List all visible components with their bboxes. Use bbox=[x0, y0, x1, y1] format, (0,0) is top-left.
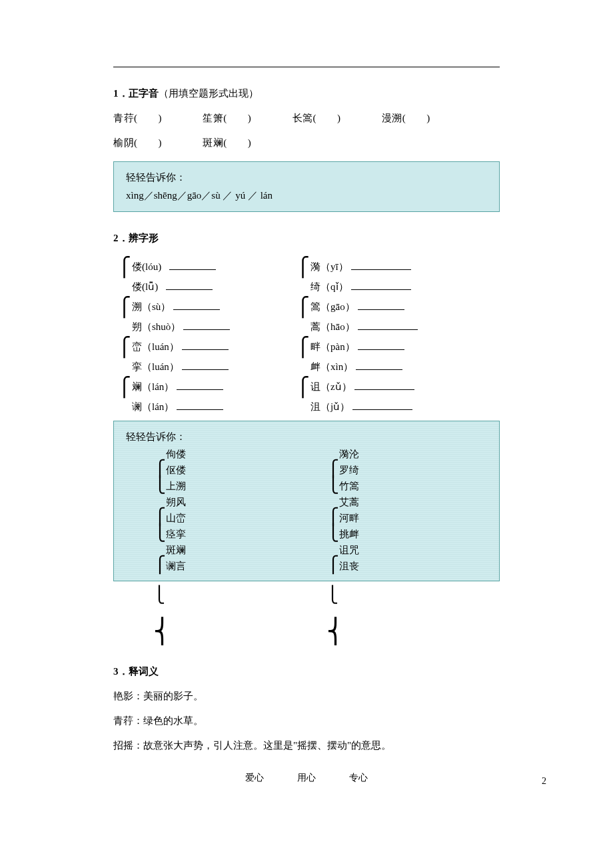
brace-icon: ⎧ bbox=[327, 557, 339, 573]
blank-field[interactable] bbox=[351, 260, 411, 270]
definition-line: 青荇：绿色的水草。 bbox=[113, 715, 500, 727]
item-4: 漫溯( ) bbox=[382, 112, 430, 125]
blank-field[interactable] bbox=[358, 320, 418, 330]
char-item: 畔（pàn） bbox=[310, 341, 355, 352]
brace-icon: ⎧ bbox=[296, 298, 310, 317]
char-item: 溯（sù） bbox=[132, 301, 171, 312]
brace-icon: ⎩ bbox=[326, 586, 338, 603]
answer-item: 漪沦 bbox=[339, 449, 359, 459]
section-1-number: 1． bbox=[113, 88, 129, 99]
char-item: 蒿（hāo） bbox=[310, 321, 355, 332]
answer-item: 罗绮 bbox=[339, 465, 359, 475]
blank-field[interactable] bbox=[169, 260, 216, 270]
answer-item: 伛偻 bbox=[166, 465, 186, 475]
section-3-title: 3．释词义 bbox=[113, 665, 500, 678]
brace-icon: ⎩ bbox=[153, 586, 165, 603]
def-term: 青荇： bbox=[113, 715, 143, 726]
brace-icon: ⎧ bbox=[296, 258, 310, 277]
section-2-title: 2．辨字形 bbox=[113, 232, 500, 245]
char-item: 偻(lǚ) bbox=[132, 281, 158, 292]
section-1-hint: （用填空题形式出现） bbox=[159, 88, 259, 99]
char-item: 诅（zǔ） bbox=[310, 381, 352, 392]
brace-icon: ⎧ bbox=[327, 509, 339, 525]
brace-icon: ⎩ bbox=[327, 477, 339, 493]
answer-item: 上溯 bbox=[166, 481, 186, 491]
answer-item: 山峦 bbox=[166, 513, 186, 523]
answer-item: 朔风 bbox=[166, 497, 186, 507]
item-1: 青荇( ) bbox=[113, 112, 200, 125]
def-text: 美丽的影子。 bbox=[143, 691, 203, 701]
char-item: 挛（luán） bbox=[132, 361, 179, 372]
blank-field[interactable] bbox=[166, 280, 213, 290]
answer-item: 谰言 bbox=[166, 561, 186, 571]
blank-field[interactable] bbox=[182, 360, 229, 370]
item-2: 笙箫( ) bbox=[203, 112, 289, 125]
blank-field[interactable] bbox=[358, 300, 404, 310]
char-item: 斓（lán） bbox=[132, 381, 174, 392]
brace-icon: ⎧ bbox=[117, 258, 131, 277]
brace-icon: ⎧ bbox=[154, 557, 166, 573]
fill-row-1: 青荇( ) 笙箫( ) 长篙( ) 漫溯( ) bbox=[113, 112, 500, 125]
answer-item: 竹篙 bbox=[339, 481, 359, 491]
footer-word-3: 专心 bbox=[349, 773, 368, 783]
brace-icon: ⎧ bbox=[327, 461, 339, 477]
definition-line: 招摇：故意张大声势，引人注意。这里是"摇摆、摆动"的意思。 bbox=[113, 739, 500, 752]
page-number: 2 bbox=[542, 776, 546, 787]
blank-field[interactable] bbox=[173, 300, 220, 310]
answer-item: 河畔 bbox=[339, 513, 359, 523]
section-2-number: 2． bbox=[113, 233, 129, 243]
blank-field[interactable] bbox=[351, 280, 411, 290]
section-3-number: 3． bbox=[113, 666, 129, 677]
answer-item: 佝偻 bbox=[166, 449, 186, 459]
hint-label-2: 轻轻告诉你： bbox=[126, 428, 487, 446]
answer-item: 诅咒 bbox=[339, 545, 359, 555]
blank-field[interactable] bbox=[183, 320, 230, 330]
char-row: ⎧ 偻(lóu) 偻(lǚ) ⎧ 漪（yī） 绮（qǐ） bbox=[113, 257, 500, 297]
brace-icon: ⎨ bbox=[153, 618, 171, 645]
char-item: 谰（lán） bbox=[132, 401, 174, 412]
blank-field[interactable] bbox=[352, 400, 412, 410]
answer-item: 挑衅 bbox=[339, 529, 359, 539]
brace-icon: ⎧ bbox=[117, 338, 131, 357]
hint-label-1: 轻轻告诉你： bbox=[126, 169, 487, 187]
section-2-heading: 辨字形 bbox=[129, 233, 159, 243]
char-item: 偻(lóu) bbox=[132, 261, 161, 272]
brace-icon: ⎧ bbox=[117, 378, 131, 397]
top-rule bbox=[113, 67, 500, 67]
answer-item: 斑斓 bbox=[166, 545, 186, 555]
brace-icon: ⎩ bbox=[327, 525, 339, 541]
footer-word-2: 用心 bbox=[297, 773, 316, 783]
char-row: ⎧ 溯（sù） 朔（shuò） ⎧ 篙（gāo） 蒿（hāo） bbox=[113, 297, 500, 337]
brace-icon: ⎧ bbox=[117, 298, 131, 317]
char-item: 绮（qǐ） bbox=[310, 281, 348, 292]
blank-field[interactable] bbox=[354, 380, 414, 390]
brace-icon: ⎨ bbox=[326, 618, 344, 645]
answer-item: 沮丧 bbox=[339, 561, 359, 571]
def-term: 招摇： bbox=[113, 740, 143, 751]
blank-field[interactable] bbox=[356, 360, 402, 370]
blank-field[interactable] bbox=[177, 380, 223, 390]
brace-icon: ⎧ bbox=[154, 509, 166, 525]
brace-icon: ⎧ bbox=[296, 338, 310, 357]
footer: 爱心用心专心 bbox=[113, 772, 500, 784]
section-1-heading: 正字音 bbox=[129, 88, 159, 99]
brace-icon: ⎩ bbox=[154, 525, 166, 541]
def-term: 艳影： bbox=[113, 691, 143, 701]
solo-braces: ⎨ ⎨ bbox=[113, 617, 500, 645]
fill-row-2: 榆阴( ) 斑斓( ) bbox=[113, 137, 500, 149]
char-item: 朔（shuò） bbox=[132, 321, 181, 332]
def-text: 故意张大声势，引人注意。这里是"摇摆、摆动"的意思。 bbox=[143, 740, 391, 751]
section-1-answer-box: 轻轻告诉你： xìng／shēng／gāo／sù ／ yú ／ lán bbox=[113, 161, 500, 212]
char-item: 峦（luán） bbox=[132, 341, 179, 352]
item-5: 榆阴( ) bbox=[113, 137, 200, 149]
item-6: 斑斓( ) bbox=[203, 137, 251, 149]
blank-field[interactable] bbox=[182, 340, 229, 350]
blank-field[interactable] bbox=[358, 340, 404, 350]
char-item: 沮（jǔ） bbox=[310, 401, 350, 412]
blank-field[interactable] bbox=[177, 400, 223, 410]
answer-item: 艾蒿 bbox=[339, 497, 359, 507]
brace-icon: ⎩ bbox=[154, 477, 166, 493]
char-row: ⎧ 峦（luán） 挛（luán） ⎧ 畔（pàn） 衅（xìn） bbox=[113, 337, 500, 377]
section-1-title: 1．正字音（用填空题形式出现） bbox=[113, 87, 500, 100]
definition-line: 艳影：美丽的影子。 bbox=[113, 690, 500, 703]
